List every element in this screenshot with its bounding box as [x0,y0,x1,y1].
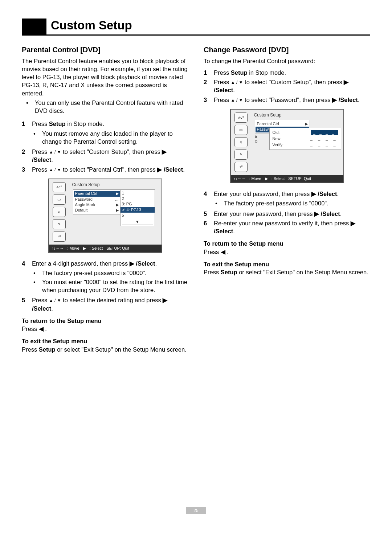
left-intro: The Parental Control feature enables you… [22,57,188,97]
step-number: 2 [204,78,210,94]
return-body-left: Press ◀ . [22,325,188,333]
page-number: 25 [22,506,370,514]
step-3: Press ▲ / ▼ to select "Parental Ctrl", t… [32,165,185,173]
osd-change-password: ᴀᴄᴮ ▭ ♫ ✎ ⏎ Custom Setup Parental Ctrl▶ … [230,109,344,183]
osd-title: Custom Setup [71,181,159,189]
left-arrow-icon: ◀ [39,325,44,332]
old-password-field: _ _ _ _ [311,130,338,135]
step-4: Enter a 4-digit password, then press ▶ /… [32,259,188,295]
left-column: Parental Control [DVD] The Parental Cont… [22,45,188,353]
r-step-1: Press Setup in Stop mode. [214,69,286,77]
osd-title: Custom Setup [253,112,341,120]
step-number: 1 [22,120,28,146]
osd-icon-picture: ▭ [234,125,248,135]
scroll-down-icon: ▼ [122,219,153,225]
exit-body-left: Press Setup or select "Exit Setup" on th… [22,345,188,353]
osd-menu-list: Parental Ctrl▶ Password... Angle Mark▶ D… [73,189,121,214]
step-number: 4 [22,259,28,295]
left-arrow-icon: ◀ [221,249,225,255]
step-number: 3 [22,165,28,173]
up-down-icon: ▲ / ▼ [231,80,243,85]
osd-icon-custom: ✎ [53,219,66,229]
play-icon: ▶ [265,176,268,181]
left-top-bullet: You can only use the Parental Control fe… [26,99,188,115]
r-step-3: Press ▲ / ▼ to select "Password", then p… [214,96,360,104]
nav-arrows-icon: ↑↓←→ [52,246,64,251]
osd-sidebar-icons: ᴀᴄᴮ ▭ ♫ ✎ ⏎ [231,110,251,175]
exit-head-left: To exit the Setup menu [22,337,188,345]
up-down-icon: ▲ / ▼ [49,149,61,155]
osd-icon-language: ᴀᴄᴮ [234,112,248,123]
r-step-6: Re-enter your new password to verify it,… [214,219,370,235]
up-down-icon: ▲ / ▼ [231,98,243,103]
up-down-icon: ▲ / ▼ [49,167,61,172]
osd-icon-exit: ⏎ [53,232,66,242]
right-heading: Change Password [DVD] [204,45,370,55]
exit-body-right: Press Setup or select "Exit Setup" on th… [204,268,370,276]
step-1-sub: You must remove any disc loaded in the p… [33,130,188,146]
r-step-4-sub: The factory pre-set password is "0000". [215,199,339,207]
osd-rating-submenu: 1 2 3: PG ✔4: PG13 5 ▼ [120,189,155,226]
return-body-right: Press ◀ . [204,248,370,256]
step-4-sub1: The factory pre-set password is "0000". [33,269,188,277]
new-password-field: _ _ _ _ [310,136,338,141]
return-head-left: To return to the Setup menu [22,317,188,325]
r-step-4: Enter your old password, then press ▶ /S… [214,190,339,208]
content-columns: Parental Control [DVD] The Parental Cont… [22,45,370,353]
up-down-icon: ▲ / ▼ [49,298,61,303]
right-column: Change Password [DVD] To change the Pare… [204,45,370,353]
step-1: Press Setup in Stop mode. You must remov… [32,120,188,146]
right-intro: To change the Parental Control password: [204,57,370,65]
step-number: 1 [204,69,210,77]
page-title: Custom Setup [46,17,132,34]
left-heading: Parental Control [DVD] [22,45,188,55]
step-number: 5 [204,210,210,218]
step-number: 5 [22,296,28,312]
osd-footer: ↑↓←→: Move ▶: Select SETUP: Quit [231,175,343,183]
osd-icon-audio: ♫ [53,207,66,217]
osd-sidebar-icons: ᴀᴄᴮ ▭ ♫ ✎ ⏎ [49,179,69,245]
osd-icon-language: ᴀᴄᴮ [53,182,66,192]
return-head-right: To return to the Setup menu [204,239,370,247]
r-step-2: Press ▲ / ▼ to select "Custom Setup", th… [214,78,370,94]
step-number: 3 [204,96,210,104]
manual-page: Custom Setup Parental Control [DVD] The … [0,0,392,543]
verify-password-field: _ _ _ _ [310,143,338,147]
step-4-sub2: You must enter "0000" to set the rating … [33,278,188,294]
section-title-bar: Custom Setup [22,17,370,36]
r-step-5: Enter your new password, then press ▶ /S… [214,210,342,218]
exit-head-right: To exit the Setup menu [204,260,370,268]
osd-parental-control: ᴀᴄᴮ ▭ ♫ ✎ ⏎ Custom Setup Parental Ctrl▶ … [48,179,162,253]
osd-icon-custom: ✎ [234,149,248,160]
step-number: 2 [22,148,28,164]
step-number: 6 [204,219,210,235]
step-2: Press ▲ / ▼ to select "Custom Setup", th… [32,148,188,164]
osd-icon-picture: ▭ [53,194,66,205]
play-icon: ▶ [83,246,86,251]
check-icon: ✔ [122,208,125,212]
osd-icon-audio: ♫ [234,137,248,147]
osd-footer: ↑↓←→: Move ▶: Select SETUP: Quit [49,245,162,252]
title-black-block [22,19,46,34]
step-5: Press ▲ / ▼ to select the desired rating… [32,296,188,312]
osd-password-popup: Old:_ _ _ _ New:_ _ _ _ Verify:_ _ _ _ [269,128,341,150]
nav-arrows-icon: ↑↓←→ [234,176,246,181]
osd-icon-exit: ⏎ [234,162,248,172]
step-number: 4 [204,190,210,208]
